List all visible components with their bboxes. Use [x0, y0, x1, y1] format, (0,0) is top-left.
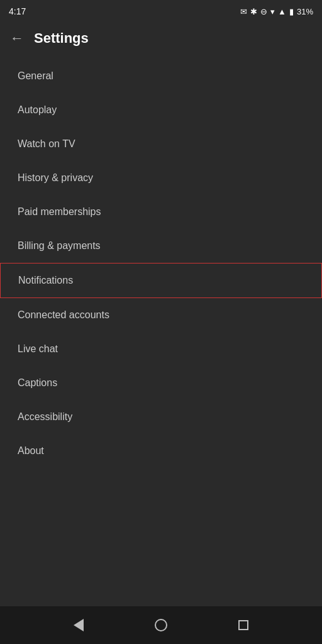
settings-item-live-chat[interactable]: Live chat — [0, 332, 322, 366]
nav-home-button[interactable] — [145, 609, 177, 641]
minus-circle-icon: ⊖ — [260, 7, 267, 16]
settings-list: GeneralAutoplayWatch on TVHistory & priv… — [0, 54, 322, 606]
settings-item-label-live-chat: Live chat — [18, 343, 58, 355]
back-button[interactable]: ← — [10, 31, 24, 45]
settings-item-general[interactable]: General — [0, 59, 322, 93]
status-bar: 4:17 ✉ ✱ ⊖ ▾ ▲ ▮ 31% — [0, 0, 322, 23]
settings-item-label-history-privacy: History & privacy — [18, 172, 93, 184]
settings-item-label-accessibility: Accessibility — [18, 411, 72, 423]
battery-icon: ▮ — [289, 7, 294, 16]
settings-item-label-billing-payments: Billing & payments — [18, 240, 101, 252]
settings-item-billing-payments[interactable]: Billing & payments — [0, 229, 322, 263]
settings-item-label-general: General — [18, 70, 53, 82]
signal-icon: ▲ — [278, 7, 286, 16]
nav-recents-icon — [238, 620, 248, 630]
nav-bar — [0, 606, 322, 644]
settings-item-about[interactable]: About — [0, 434, 322, 468]
settings-item-accessibility[interactable]: Accessibility — [0, 400, 322, 434]
settings-item-label-connected-accounts: Connected accounts — [18, 309, 109, 321]
settings-item-paid-memberships[interactable]: Paid memberships — [0, 195, 322, 229]
status-time: 4:17 — [9, 6, 26, 16]
nav-back-icon — [74, 619, 84, 631]
header: ← Settings — [0, 23, 322, 54]
settings-item-notifications[interactable]: Notifications — [0, 263, 322, 298]
page-title: Settings — [34, 30, 89, 47]
settings-item-autoplay[interactable]: Autoplay — [0, 93, 322, 127]
settings-item-label-captions: Captions — [18, 377, 57, 389]
nav-home-icon — [155, 619, 167, 631]
status-icons: ✉ ✱ ⊖ ▾ ▲ ▮ 31% — [240, 7, 313, 16]
settings-item-history-privacy[interactable]: History & privacy — [0, 161, 322, 195]
settings-item-label-watch-on-tv: Watch on TV — [18, 138, 75, 150]
settings-item-label-notifications: Notifications — [18, 275, 73, 286]
settings-item-connected-accounts[interactable]: Connected accounts — [0, 298, 322, 332]
battery-percent: 31% — [297, 7, 313, 16]
bluetooth-icon: ✱ — [250, 7, 257, 16]
nav-back-button[interactable] — [63, 609, 94, 641]
settings-item-watch-on-tv[interactable]: Watch on TV — [0, 127, 322, 161]
settings-item-label-about: About — [18, 445, 44, 457]
settings-item-captions[interactable]: Captions — [0, 366, 322, 400]
nav-recents-button[interactable] — [228, 609, 259, 641]
wifi-icon: ▾ — [270, 7, 275, 16]
settings-item-label-paid-memberships: Paid memberships — [18, 206, 101, 218]
app-notification-icon: ✉ — [240, 7, 247, 16]
settings-item-label-autoplay: Autoplay — [18, 104, 57, 116]
